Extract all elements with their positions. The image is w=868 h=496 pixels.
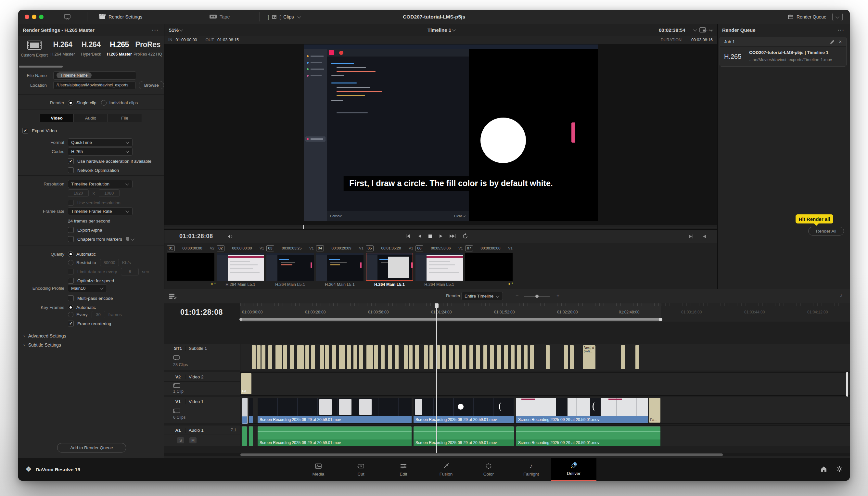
subtitle-clip[interactable] [297,345,304,369]
track-header-subtitle[interactable]: ST1Subtitle 1 28 Clips [164,344,241,370]
timeline-selector[interactable]: Timeline 1 [428,27,456,33]
subtitle-clip[interactable] [276,345,282,369]
clip-thumbnail-selected[interactable] [366,253,413,281]
subtitle-clip[interactable] [374,345,378,369]
render-mode-dropdown[interactable]: Entire Timeline [461,292,503,300]
network-opt-checkbox[interactable] [68,167,74,173]
advanced-settings-toggle[interactable]: Advanced Settings [28,333,66,339]
subtitle-clip[interactable] [283,345,287,369]
subtitle-clip[interactable] [511,345,514,369]
vertical-scrollbar[interactable] [846,372,848,397]
quality-auto-radio[interactable] [68,251,74,257]
subtitle-clip[interactable] [564,345,568,369]
page-tab-fairlight[interactable]: ♪ Fairlight [512,458,551,481]
limit-value-field[interactable]: 6 [121,268,139,276]
audio-clip[interactable]: Screen Recording 2025-09-29 at 20.59.01.… [516,427,661,446]
render-queue-menu-button[interactable]: ··· [838,27,844,33]
chapters-checkbox[interactable] [68,236,74,242]
subtitle-clip[interactable] [621,345,625,369]
clip-thumbnail[interactable] [266,253,314,281]
remove-job-icon[interactable]: × [839,39,842,45]
video2-lane[interactable]: Fa... [241,372,850,396]
page-tab-cut[interactable]: Cut [341,458,381,481]
limit-rate-checkbox[interactable] [68,269,74,275]
chevron-down-icon[interactable] [130,237,134,241]
subtitle-clip[interactable] [483,345,487,369]
subtitle-clip[interactable] [415,345,419,369]
subtitle-clip[interactable] [449,345,453,369]
clip-thumbnail[interactable] [316,253,363,281]
panel-menu-button[interactable]: ··· [152,27,159,33]
subtitle-clip[interactable] [381,345,385,369]
subtitle-clip[interactable] [546,345,549,369]
timeline-zoom-slider[interactable] [524,296,549,297]
clip-thumbnail[interactable] [465,253,513,281]
audio-clip[interactable]: Screen Recording 2025-09-29 at 20.59.01.… [414,427,514,446]
page-tab-color[interactable]: Color [469,458,508,481]
match-frame-button[interactable] [700,233,707,240]
page-tab-media[interactable]: Media [299,458,338,481]
zoom-out-button[interactable]: − [515,293,518,299]
subtitle-clip[interactable] [339,345,345,369]
subtitle-clip[interactable] [409,345,413,369]
preset-hyperdeck[interactable]: H.264 HyperDeck [77,40,105,58]
restrict-value-field[interactable]: 80000 [100,259,119,266]
export-video-checkbox[interactable]: ✓ [22,128,28,134]
resolution-height-field[interactable]: 1080 [99,189,120,197]
clip-thumbnail[interactable] [217,253,264,281]
video-clip-small[interactable] [242,398,248,424]
resolution-width-field[interactable]: 1920 [68,189,89,197]
render-job-card[interactable]: Job 1 × H.265 COD207-tutorial-LMS-p5js |… [719,37,847,66]
video-clip[interactable]: Screen Recording 2025-09-29 at 20.59.01.… [414,398,514,423]
file-name-input[interactable]: Timeline Name [53,72,136,80]
frame-reordering-checkbox[interactable]: ✓ [68,321,74,326]
preset-scrollbar[interactable] [19,66,63,67]
page-tab-fusion[interactable]: Fusion [427,458,465,481]
timeline-playhead[interactable] [436,304,437,453]
fade-clip[interactable]: Fa... [649,398,661,423]
subtitle-clip[interactable] [462,345,466,369]
render-queue-toggle[interactable]: Render Queue [788,10,826,24]
preset-h264-master[interactable]: H.264 H.264 Master [48,40,77,58]
subtitle-clip[interactable] [517,345,521,369]
subtitle-settings-toggle[interactable]: Subtitle Settings [28,342,61,347]
subtitle-clip[interactable] [395,345,399,369]
subtitle-clip[interactable] [476,345,480,369]
subtitle-clip[interactable] [404,345,408,369]
subtitle-clip[interactable] [635,345,639,369]
subtitle-clip[interactable] [430,345,433,369]
preset-custom-export[interactable]: Custom Export [20,40,48,58]
subtitle-clip[interactable] [311,345,315,369]
subtitle-clip[interactable] [570,345,574,369]
video-clip[interactable]: Screen Recording 2025-09-29 at 20.59.01.… [516,398,648,423]
skip-start-button[interactable] [405,233,411,239]
subtitle-clip[interactable] [524,345,528,369]
subtitle-clip[interactable] [290,345,294,369]
preset-h265-master[interactable]: H.265 H.265 Master [105,40,134,58]
fast-forward-button[interactable] [449,233,456,239]
grab-still-icon[interactable] [699,27,706,33]
subtitle-clip[interactable] [305,345,309,369]
chevron-down-icon[interactable] [693,28,697,31]
stop-button[interactable] [428,233,433,239]
export-alpha-checkbox[interactable] [68,227,74,233]
codec-dropdown[interactable]: H.265 [68,148,133,156]
subtitle-clip[interactable] [354,345,357,369]
subtitle-clip[interactable] [367,345,373,369]
video-clip[interactable]: Screen Recording 2025-09-29 at 20.59.01.… [258,398,412,423]
marker-icon[interactable] [125,236,130,242]
subtitle-clip[interactable] [252,345,255,369]
format-dropdown[interactable]: QuickTime [68,138,133,146]
single-clip-radio[interactable] [68,100,74,106]
page-tab-deliver[interactable]: Deliver [551,458,596,481]
play-button[interactable] [438,233,443,239]
step-back-button[interactable] [417,233,422,239]
subtitle-clip[interactable] [262,345,265,369]
panel-toggle-button[interactable] [832,10,843,24]
speaker-icon[interactable] [227,233,233,240]
quality-restrict-radio[interactable] [68,260,74,265]
subtitle-clip[interactable] [530,345,534,369]
subtitle-clip[interactable] [388,345,392,369]
edit-job-icon[interactable] [830,39,835,45]
subtitle-clip[interactable] [320,345,324,369]
